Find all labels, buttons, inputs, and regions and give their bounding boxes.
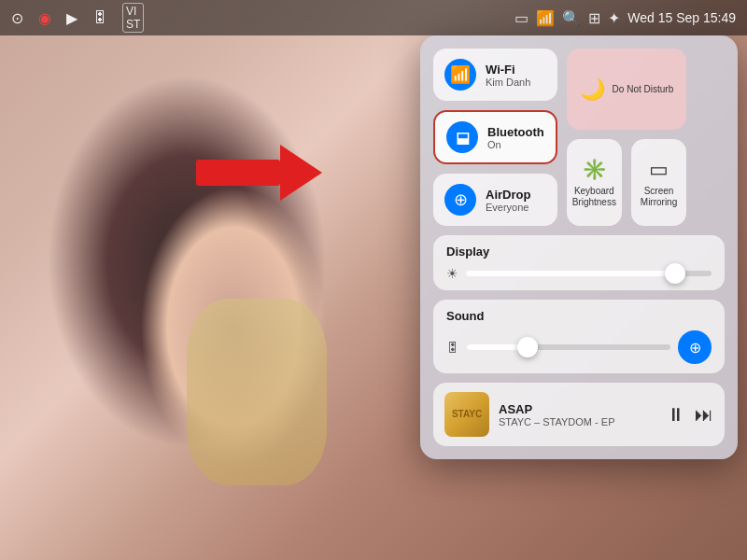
now-playing-title: ASAP [499, 402, 657, 416]
arrow-head [280, 145, 322, 201]
now-playing-info: ASAP STAYC – STAYDOM - EP [499, 402, 657, 427]
display-slider-fill [466, 271, 675, 276]
bluetooth-title: Bluetooth [487, 125, 544, 139]
arrow-shaft [196, 160, 280, 186]
bluetooth-subtitle: On [487, 139, 544, 150]
now-playing-section: STAYC ASAP STAYC – STAYDOM - EP ⏸ ⏭ [433, 383, 725, 446]
top-tiles: 📶 Wi-Fi Kim Danh ⬓ Bluetooth On [433, 49, 725, 226]
sound-slider[interactable] [467, 344, 670, 350]
display-slider-thumb[interactable] [665, 263, 685, 284]
wifi-icon[interactable]: 📶 [536, 9, 555, 27]
vi-st-icon[interactable]: VIST [122, 3, 144, 33]
do-not-disturb-tile[interactable]: 🌙 Do Not Disturb [567, 49, 687, 130]
wifi-tile[interactable]: 📶 Wi-Fi Kim Danh [433, 49, 557, 101]
control-center-panel: 📶 Wi-Fi Kim Danh ⬓ Bluetooth On [420, 35, 738, 459]
airplay-button[interactable]: ⊕ [678, 330, 712, 364]
control-center-icon[interactable]: ⊞ [588, 9, 600, 27]
bluetooth-icon-circle: ⬓ [446, 121, 478, 153]
wifi-icon-circle: 📶 [444, 59, 476, 91]
menubar: ⊙ ◉ ▶ 🎛 VIST ▭ 📶 🔍 ⊞ ✦ Wed 15 Sep 15:49 [0, 0, 747, 35]
airdrop-title: AirDrop [486, 188, 530, 202]
red-arrow [196, 145, 322, 201]
search-icon[interactable]: 🔍 [562, 9, 581, 27]
screen-mirroring-icon: ▭ [649, 158, 669, 182]
bluetooth-tile[interactable]: ⬓ Bluetooth On [433, 110, 557, 164]
line-app-icon[interactable]: ⊙ [11, 9, 23, 27]
airdrop-icon: ⊕ [454, 189, 468, 210]
right-tiles: 🌙 Do Not Disturb ✳️ Keyboard Brightness [567, 49, 687, 226]
sound-section: Sound 🎛 ⊕ [433, 300, 725, 373]
now-playing-artist: STAYC – STAYDOM - EP [499, 416, 657, 427]
desktop: ⊙ ◉ ▶ 🎛 VIST ▭ 📶 🔍 ⊞ ✦ Wed 15 Sep 15:49 … [0, 0, 747, 560]
keyboard-brightness-tile[interactable]: ✳️ Keyboard Brightness [567, 139, 622, 226]
dnd-label: Do Not Disturb [613, 84, 674, 95]
airdrop-icon-circle: ⊕ [444, 184, 476, 216]
display-slider-row: ☀ [446, 266, 712, 281]
wifi-subtitle: Kim Danh [486, 77, 530, 88]
pause-button[interactable]: ⏸ [667, 404, 685, 426]
airdrop-subtitle: Everyone [486, 202, 530, 213]
keyboard-brightness-label: Keyboard Brightness [572, 186, 616, 208]
moon-icon: 🌙 [580, 77, 605, 102]
display-slider[interactable] [466, 271, 712, 276]
wifi-tile-text: Wi-Fi Kim Danh [486, 63, 530, 88]
siri-icon[interactable]: ✦ [608, 9, 620, 27]
record-icon[interactable]: ◉ [38, 9, 51, 27]
display-section: Display ☀ [433, 235, 725, 290]
display-label: Display [446, 245, 712, 259]
sound-icon: 🎛 [446, 340, 459, 355]
sound-slider-row: 🎛 ⊕ [446, 330, 712, 364]
screen-mirroring-label: Screen Mirroring [641, 186, 677, 208]
bluetooth-tile-text: Bluetooth On [487, 125, 544, 150]
battery-icon[interactable]: ▭ [514, 9, 529, 27]
play-icon[interactable]: ▶ [66, 9, 78, 27]
keyboard-brightness-icon: ✳️ [582, 158, 607, 182]
left-tiles: 📶 Wi-Fi Kim Danh ⬓ Bluetooth On [433, 49, 557, 226]
bluetooth-icon: ⬓ [456, 129, 470, 147]
skip-forward-button[interactable]: ⏭ [695, 404, 713, 426]
sound-slider-thumb[interactable] [517, 337, 538, 357]
menubar-time: Wed 15 Sep 15:49 [627, 10, 736, 25]
airdrop-tile[interactable]: ⊕ AirDrop Everyone [433, 174, 557, 226]
menubar-left: ⊙ ◉ ▶ 🎛 VIST [11, 3, 144, 33]
menubar-right: ▭ 📶 🔍 ⊞ ✦ Wed 15 Sep 15:49 [514, 9, 736, 27]
airdrop-tile-text: AirDrop Everyone [486, 188, 530, 213]
brightness-icon: ☀ [446, 266, 458, 281]
tune-icon[interactable]: 🎛 [92, 9, 107, 26]
wallpaper-decoration [187, 299, 327, 485]
playback-controls: ⏸ ⏭ [667, 404, 713, 426]
wifi-title: Wi-Fi [486, 63, 530, 77]
sound-label: Sound [446, 309, 712, 323]
airplay-icon: ⊕ [689, 339, 701, 357]
screen-mirroring-tile[interactable]: ▭ Screen Mirroring [631, 139, 686, 226]
album-art: STAYC [444, 392, 489, 437]
wifi-icon: 📶 [450, 64, 471, 85]
